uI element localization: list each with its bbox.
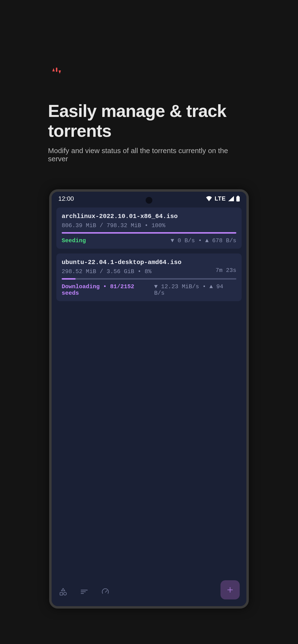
add-torrent-button[interactable] [221, 580, 240, 600]
phone-camera-notch [146, 197, 152, 204]
torrent-size: 806.39 MiB / 798.32 MiB • 100% [62, 222, 165, 229]
progress-fill [62, 232, 236, 234]
battery-icon [236, 196, 240, 202]
torrent-eta: 7m 23s [216, 267, 236, 274]
signal-icon [228, 196, 234, 201]
categories-icon[interactable] [58, 587, 68, 596]
torrent-status: Seeding [62, 238, 86, 244]
sort-icon[interactable] [79, 587, 89, 596]
svg-line-8 [105, 590, 107, 592]
speed-icon[interactable] [100, 587, 110, 596]
svg-rect-0 [56, 68, 57, 72]
torrent-speed: ▼ 12.23 MiB/s • ▲ 94 B/s [154, 284, 236, 296]
progress-bar [62, 232, 236, 234]
svg-rect-3 [60, 592, 63, 595]
progress-fill [62, 278, 76, 280]
torrent-status: Downloading • 81/2152 seeds [62, 284, 154, 296]
status-time: 12:00 [58, 195, 74, 202]
page-title: Easily manage & track torrents [48, 101, 250, 141]
phone-mockup: 12:00 LTE archlinux-2022.10.01-x86_64.is… [49, 189, 249, 608]
torrent-list: archlinux-2022.10.01-x86_64.iso806.39 Mi… [52, 206, 246, 303]
bottom-bar [52, 578, 246, 606]
phone-side-button [248, 261, 249, 297]
torrent-name: ubuntu-22.04.1-desktop-amd64.iso [62, 259, 236, 266]
torrent-name: archlinux-2022.10.01-x86_64.iso [62, 213, 236, 220]
progress-bar [62, 278, 236, 280]
svg-rect-2 [237, 196, 239, 197]
torrent-card[interactable]: ubuntu-22.04.1-desktop-amd64.iso298.52 M… [56, 254, 242, 301]
torrent-card[interactable]: archlinux-2022.10.01-x86_64.iso806.39 Mi… [56, 208, 242, 249]
torrent-speed: ▼ 0 B/s • ▲ 678 B/s [171, 238, 236, 244]
phone-side-button [248, 354, 249, 378]
page-subtitle: Modify and view status of all the torren… [48, 146, 250, 163]
wifi-icon [206, 196, 212, 201]
torrent-size: 298.52 MiB / 3.56 GiB • 8% [62, 268, 152, 275]
network-label: LTE [215, 195, 226, 202]
app-logo-icon [48, 62, 65, 80]
svg-rect-1 [236, 196, 240, 202]
svg-point-4 [64, 592, 66, 595]
